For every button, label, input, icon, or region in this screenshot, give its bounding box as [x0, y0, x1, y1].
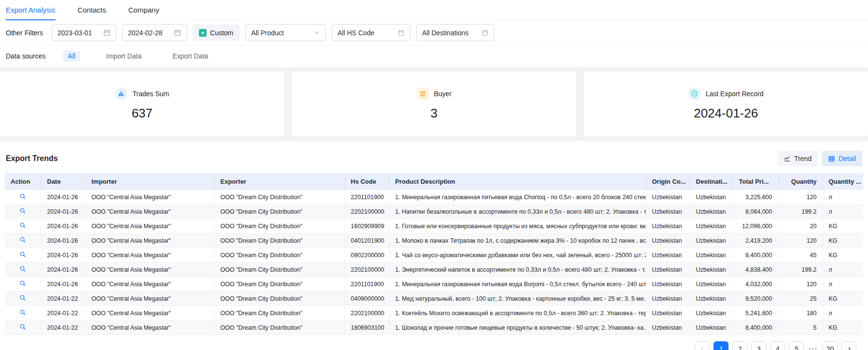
table-row: 2024-01-26OOO "Central Asia Megastar"OOO… [5, 248, 863, 262]
cell-importer: OOO "Central Asia Megastar" [85, 204, 214, 219]
search-icon[interactable] [19, 222, 26, 229]
cell-total-price: 2,419,200 [733, 233, 778, 248]
tab-export-analysis[interactable]: Export Analysis [6, 0, 56, 20]
pagination-ellipsis[interactable]: ••• [808, 346, 819, 350]
filter-row: Other Filters 2023-03-01 2024-02-28 Cust… [0, 20, 868, 45]
custom-label: Custom [210, 29, 233, 37]
search-icon[interactable] [19, 207, 26, 214]
cell-description: 1. Готовые или консервированные продукты… [389, 219, 646, 233]
search-icon[interactable] [19, 294, 26, 301]
tab-company[interactable]: Company [128, 0, 159, 20]
custom-range-button[interactable]: Custom [193, 24, 239, 41]
cell-importer: OOO "Central Asia Megastar" [85, 321, 214, 335]
cell-exporter: OOO "Dream City Distribution" [214, 219, 345, 233]
search-icon[interactable] [19, 236, 26, 243]
table-row: 2024-01-26OOO "Central Asia Megastar"OOO… [5, 219, 863, 233]
trend-view-button[interactable]: Trend [777, 151, 818, 166]
cell-total-price: 4,032,000 [733, 277, 778, 292]
data-sources-label: Data sources [6, 52, 45, 60]
document-icon [398, 29, 405, 36]
cell-quantity: 199.2 [778, 204, 823, 219]
action-cell [5, 190, 41, 204]
cell-importer: OOO "Central Asia Megastar" [85, 292, 214, 306]
product-select[interactable]: All Product [245, 24, 326, 41]
cell-origin: Uzbekistan [646, 292, 690, 306]
pagination-page-3[interactable]: 3 [751, 341, 766, 350]
date-from-input[interactable]: 2023-03-01 [52, 24, 116, 41]
cell-exporter: OOO "Dream City Distribution" [214, 190, 345, 204]
cell-description: 1. Напитки безалкогольные в ассортименте… [389, 204, 646, 219]
date-from-value: 2023-03-01 [57, 29, 92, 37]
cell-destination: Uzbekistan [690, 306, 733, 321]
destinations-select[interactable]: All Destinations [416, 24, 494, 41]
last-export-value: 2024-01-26 [694, 106, 758, 121]
cell-quantity: 25 [778, 292, 823, 306]
cell-unit: KG [823, 292, 863, 306]
pagination-page-4[interactable]: 4 [770, 341, 785, 350]
search-icon[interactable] [19, 323, 26, 330]
stat-cards: Trades Sum 637 Buyer 3 Last Export Recor… [0, 67, 868, 141]
card-label: Trades Sum [132, 90, 169, 98]
table-row: 2024-01-26OOO "Central Asia Megastar"OOO… [5, 190, 863, 204]
column-header-total-pri: Total Pri... [733, 173, 778, 190]
pagination-prev-button[interactable] [695, 341, 710, 350]
data-source-export[interactable]: Export Data [168, 51, 213, 61]
document-icon [482, 29, 489, 36]
cell-exporter: OOO "Dream City Distribution" [214, 248, 345, 262]
cell-date: 2024-01-26 [41, 204, 85, 219]
cell-quantity: 5 [778, 321, 823, 335]
hs-code-select[interactable]: All HS Code [332, 24, 410, 41]
pagination-page-2[interactable]: 2 [732, 341, 747, 350]
search-icon[interactable] [19, 280, 26, 287]
column-header-action: Action [5, 173, 41, 190]
column-header-date: Date [41, 173, 85, 190]
action-cell [5, 219, 41, 233]
table-row: 2024-01-22OOO "Central Asia Megastar"OOO… [5, 306, 863, 321]
search-icon[interactable] [19, 265, 26, 272]
column-header-quantity: Quantity [778, 173, 823, 190]
search-icon[interactable] [19, 251, 26, 258]
column-header-quantity: Quantity ... [823, 173, 863, 190]
cell-description: 1. Шоколад и прочие готовые пищевые прод… [389, 321, 646, 335]
search-icon[interactable] [19, 193, 26, 200]
cell-total-price: 5,241,600 [733, 306, 778, 321]
card-last-export: Last Export Record 2024-01-26 [584, 72, 868, 136]
cell-date: 2024-01-26 [41, 248, 85, 262]
cell-destination: Uzbekistan [690, 219, 733, 233]
pagination-page-5[interactable]: 5 [789, 341, 804, 350]
cell-importer: OOO "Central Asia Megastar" [85, 248, 214, 262]
card-label: Last Export Record [706, 90, 764, 98]
cell-hs-code: 2202100000 [345, 262, 389, 277]
table-row: 2024-01-26OOO "Central Asia Megastar"OOO… [5, 233, 863, 248]
search-icon[interactable] [19, 309, 26, 316]
pagination-page-20[interactable]: 20 [823, 341, 838, 350]
cell-unit: KG [823, 233, 863, 248]
cell-date: 2024-01-22 [41, 292, 85, 306]
action-cell [5, 292, 41, 306]
cell-importer: OOO "Central Asia Megastar" [85, 306, 214, 321]
cell-origin: Uzbekistan [646, 262, 690, 277]
data-source-import[interactable]: Import Data [101, 51, 146, 61]
data-source-all[interactable]: All [63, 51, 80, 61]
column-header-hs-code: Hs Code [345, 173, 389, 190]
pagination-next-button[interactable] [841, 341, 856, 350]
date-to-input[interactable]: 2024-02-28 [122, 24, 187, 41]
column-header-exporter: Exporter [214, 173, 345, 190]
cell-destination: Uzbekistan [690, 233, 733, 248]
cell-origin: Uzbekistan [646, 277, 690, 292]
cell-unit: л [823, 277, 863, 292]
chevron-down-icon [314, 29, 320, 36]
column-header-product-description: Product Description [389, 173, 646, 190]
cell-description: 1. Коктейль Мохито освежающий в ассортим… [389, 306, 646, 321]
detail-view-button[interactable]: Detail [822, 151, 862, 166]
cell-hs-code: 1602909909 [345, 219, 389, 233]
pagination-page-1[interactable]: 1 [714, 341, 728, 350]
tab-contacts[interactable]: Contacts [78, 0, 106, 20]
table-row: 2024-01-22OOO "Central Asia Megastar"OOO… [5, 321, 863, 335]
table-body: 2024-01-26OOO "Central Asia Megastar"OOO… [5, 190, 863, 335]
cell-destination: Uzbekistan [690, 262, 733, 277]
cell-total-price: 8,400,000 [733, 321, 778, 335]
table-row: 2024-01-26OOO "Central Asia Megastar"OOO… [5, 262, 863, 277]
cell-destination: Uzbekistan [690, 321, 733, 335]
cell-origin: Uzbekistan [646, 190, 690, 204]
